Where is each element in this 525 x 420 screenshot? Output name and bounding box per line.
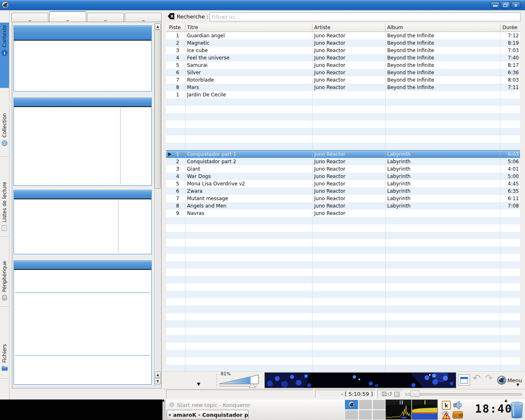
playlist-row[interactable]: 8MarsJuno ReactorBeyond the Infinite7:11	[166, 84, 520, 91]
playlist-row[interactable]: ▶1Conquistador part 1Juno ReactorLabyrin…	[166, 150, 520, 158]
dynamic-mode-icon[interactable]	[394, 392, 399, 397]
playlist-row[interactable]	[166, 224, 520, 232]
collapse-toolbar-icon[interactable]: ▼	[197, 382, 200, 386]
menu-button[interactable]: Menu	[497, 374, 524, 386]
playlist-row[interactable]: 6SilverJuno ReactorBeyond the Infinite6:…	[166, 69, 520, 76]
sidebar-item-contexte[interactable]: Contexte i	[0, 23, 9, 88]
scroll-down-button[interactable]: ▼	[155, 378, 161, 384]
tray-collapse-up-icon[interactable]: ▲	[504, 399, 507, 402]
column-header-titre[interactable]: Titre	[185, 23, 313, 32]
close-button[interactable]: x	[511, 2, 520, 8]
playlist-row[interactable]: 8Angels and MenJuno ReactorLabyrinth7:08	[166, 202, 520, 210]
browser-tab-2[interactable]: _	[49, 11, 86, 22]
playlist-row[interactable]	[166, 128, 520, 135]
clear-search-icon[interactable]	[168, 13, 175, 20]
playlist-row[interactable]: 5Mona Lisa Overdrive v2Juno ReactorLabyr…	[166, 180, 520, 187]
playlist-row[interactable]: 4Feel the universeJuno ReactorBeyond the…	[166, 54, 520, 62]
playlist-row[interactable]	[166, 261, 520, 269]
cpu-monitor[interactable]: CPU	[386, 399, 411, 420]
playlist-row[interactable]	[166, 313, 520, 320]
trash-icon[interactable]	[509, 401, 524, 419]
playlist-row[interactable]	[166, 254, 520, 261]
playlist-row[interactable]	[166, 143, 520, 150]
playlist-row[interactable]: 2MagneticJuno ReactorBeyond the Infinite…	[166, 39, 520, 47]
kwallet-tray-icon[interactable]	[452, 410, 463, 419]
playlist-row[interactable]	[166, 98, 520, 106]
panel-handle[interactable]	[162, 399, 166, 420]
playlist-row[interactable]: 7RotorbladeJuno ReactorBeyond the Infini…	[166, 76, 520, 84]
playlist-row[interactable]: 9NavrasJuno Reactor	[166, 210, 520, 217]
playlist-row[interactable]	[166, 320, 520, 328]
warning-tray-icon[interactable]	[441, 410, 451, 419]
playlist-row[interactable]: 3Ice cubeJuno ReactorBeyond the Infinite…	[166, 47, 520, 54]
playlist-row[interactable]	[166, 106, 520, 113]
column-header-piste[interactable]: Piste	[166, 23, 185, 32]
browser-tab-1[interactable]: _	[11, 13, 48, 22]
column-header-album[interactable]: Album	[386, 23, 500, 32]
playlist-row[interactable]	[166, 283, 520, 291]
position-slider-track[interactable]	[405, 393, 522, 395]
browser-tab-3[interactable]: _	[87, 13, 124, 22]
pager-desktop-6[interactable]	[372, 410, 386, 420]
playlist-row[interactable]	[166, 328, 520, 335]
playlist-body[interactable]: 1Guardian angelJuno ReactorBeyond the In…	[166, 32, 520, 371]
pager-desktop-4[interactable]	[345, 410, 358, 420]
playlist-row[interactable]	[166, 365, 520, 371]
panel-splitter[interactable]	[162, 10, 166, 389]
playlist-window-button[interactable]	[458, 374, 470, 386]
task-button-amarok[interactable]: amaroK - Conquistador p	[167, 410, 249, 420]
scroll-up-button[interactable]: ▲	[155, 23, 161, 30]
playlist-row[interactable]	[166, 217, 520, 224]
maximize-button[interactable]	[501, 2, 510, 8]
playlist-row[interactable]	[166, 276, 520, 283]
playlist-row[interactable]: 2Conquistador part 2Juno ReactorLabyrint…	[166, 158, 520, 165]
volume-handle[interactable]	[249, 383, 256, 388]
playlist-row[interactable]	[166, 232, 520, 239]
taskbar-clock[interactable]: 18:40	[475, 402, 512, 415]
random-mode-icon[interactable]: ⚄	[381, 390, 387, 398]
playlist-row[interactable]	[166, 306, 520, 313]
pager-desktop-5[interactable]	[358, 410, 372, 420]
playlist-row[interactable]	[166, 298, 520, 306]
playlist-row[interactable]	[166, 350, 520, 357]
playlist-row[interactable]: 4War DogsJuno ReactorLabyrinth5:00	[166, 173, 520, 180]
playlist-row[interactable]	[166, 291, 520, 298]
playlist-row[interactable]: 1Guardian angelJuno ReactorBeyond the In…	[166, 32, 520, 39]
sidebar-item-peripherique[interactable]: Périphérique	[0, 258, 9, 307]
playlist-row[interactable]: 7Mutant messageJuno ReactorLabyrinth6:11	[166, 195, 520, 202]
playlist-row[interactable]	[166, 247, 520, 254]
pager-desktop-1[interactable]	[345, 399, 358, 410]
search-input[interactable]	[210, 12, 520, 21]
playlist-row[interactable]: 6ZwaraJuno ReactorLabyrinth6:35	[166, 187, 520, 195]
playlist-row[interactable]	[166, 239, 520, 247]
sidebar-item-listes-de-lecture[interactable]: Listes de lecture ♪	[0, 179, 9, 237]
playlist-row[interactable]: 5SamuraiJuno ReactorBeyond the Infinite8…	[166, 62, 520, 69]
minimize-button[interactable]	[491, 2, 500, 8]
column-header-artiste[interactable]: Artiste	[313, 23, 386, 32]
scroll-up-button-2[interactable]: ▲	[155, 372, 161, 378]
scrollbar-thumb[interactable]	[155, 30, 161, 189]
pager-desktop-2[interactable]	[358, 399, 372, 410]
position-slider-handle[interactable]: ..	[410, 390, 420, 397]
sidebar-item-collection[interactable]: Collection	[0, 111, 9, 157]
repeat-mode-icon[interactable]: ↺	[387, 390, 393, 398]
klipper-tray-icon[interactable]: k	[442, 401, 451, 410]
undo-button[interactable]: ↶	[472, 372, 481, 384]
playlist-row[interactable]	[166, 357, 520, 365]
playlist-row[interactable]	[166, 121, 520, 128]
browser-tab-4[interactable]: _	[125, 13, 162, 22]
pager-desktop-3[interactable]	[372, 399, 386, 410]
analyzer-visualization[interactable]	[265, 372, 456, 388]
playlist-row[interactable]: 1Jardin De Cecile	[166, 91, 520, 98]
playlist-row[interactable]	[166, 335, 520, 342]
volume-tray-icon[interactable]	[452, 400, 463, 410]
playlist-row[interactable]	[166, 113, 520, 121]
column-header-duree[interactable]: Durée	[500, 23, 520, 32]
redo-button[interactable]: ↷	[485, 372, 493, 384]
sidebar-item-fichiers[interactable]: Fichiers	[0, 342, 9, 379]
playlist-row[interactable]: 3GiantJuno ReactorLabyrinth4:01	[166, 165, 520, 173]
playlist-row[interactable]	[166, 269, 520, 276]
playlist-row[interactable]	[166, 135, 520, 143]
playlist-row[interactable]	[166, 342, 520, 350]
window-titlebar[interactable]: x	[0, 0, 525, 10]
